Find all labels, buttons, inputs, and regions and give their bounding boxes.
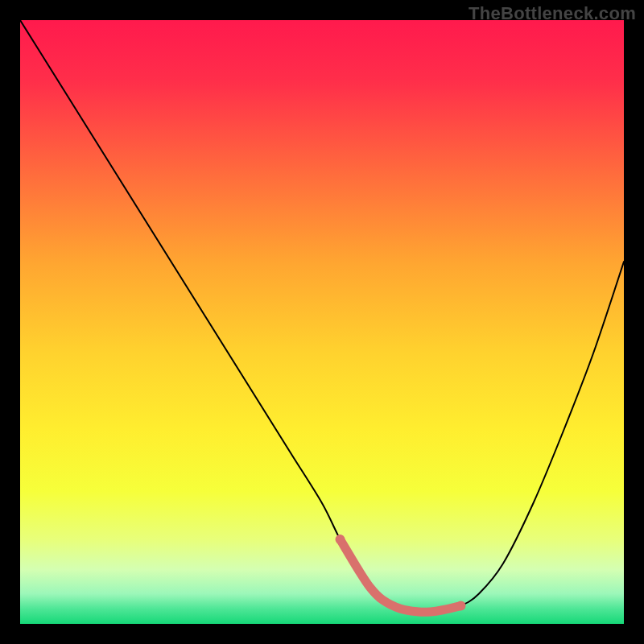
bottleneck-curve: [20, 20, 624, 624]
highlight-marker-end: [456, 601, 466, 611]
watermark-text: TheBottleneck.com: [469, 3, 636, 24]
curve-main-path: [20, 20, 624, 612]
plot-area: [20, 20, 624, 624]
highlight-marker-start: [336, 535, 345, 544]
chart-frame: TheBottleneck.com: [0, 0, 644, 644]
curve-highlight-path: [341, 539, 461, 612]
